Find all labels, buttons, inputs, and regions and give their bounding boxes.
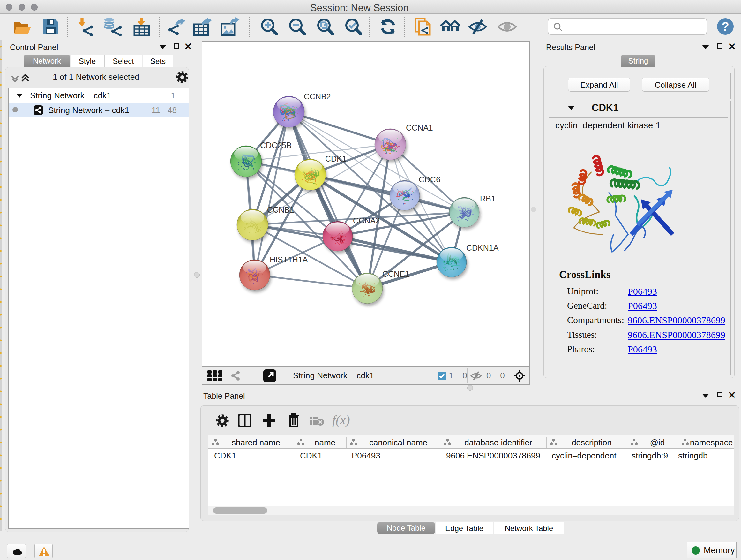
svg-text:CCNA1: CCNA1: [406, 123, 433, 132]
svg-text:CDC25B: CDC25B: [260, 141, 292, 150]
svg-text:CCNE1: CCNE1: [382, 269, 409, 278]
svg-text:CCNB2: CCNB2: [304, 92, 331, 101]
svg-text:CDK1: CDK1: [325, 154, 347, 163]
svg-text:CDKN1A: CDKN1A: [466, 243, 499, 252]
svg-text:CDC6: CDC6: [419, 175, 441, 184]
svg-text:HIST1H1A: HIST1H1A: [270, 255, 308, 264]
svg-text:CCNA2: CCNA2: [353, 216, 380, 225]
svg-text:CCNB1: CCNB1: [267, 205, 294, 214]
svg-text:RB1: RB1: [480, 194, 495, 203]
